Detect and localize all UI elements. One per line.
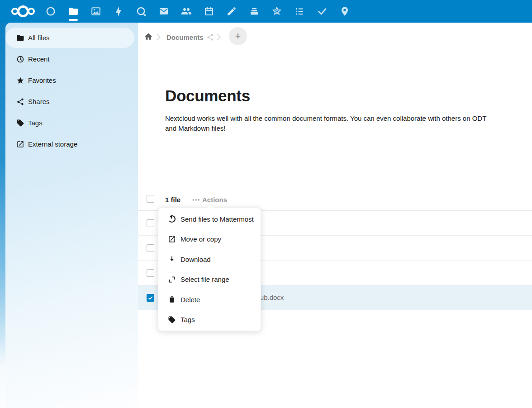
folder-icon [16,34,24,42]
active-app-indicator [69,19,78,21]
description-line: and Markdown files! [165,123,486,133]
menu-item-select-file-range[interactable]: Select file range [158,270,261,290]
sidebar-item-label: All files [28,34,50,42]
menu-item-delete[interactable]: Delete [158,289,261,310]
talk-icon[interactable] [130,0,152,23]
activity-icon[interactable] [107,0,130,23]
chevron-right-icon [157,34,161,40]
actions-label: Actions [202,196,227,204]
menu-item-download[interactable]: Download [158,249,261,270]
deck-icon[interactable] [243,0,266,23]
sidebar-item-external-storage[interactable]: External storage [5,133,138,155]
mail-icon[interactable] [152,0,175,23]
sidebar-item-favorites[interactable]: Favorites [5,70,138,91]
sidebar: All files Recent Favorites Shares [0,23,138,408]
breadcrumb-current-folder[interactable]: Documents [166,33,204,41]
contacts-icon[interactable] [175,0,198,23]
tasks-icon[interactable] [311,0,333,23]
download-icon [168,255,176,263]
clock-icon [16,55,24,63]
selection-count: 1 file [165,196,180,204]
share-icon[interactable] [206,33,214,41]
menu-item-label: Move or copy [180,235,221,243]
sidebar-item-label: Shares [28,98,50,105]
ellipsis-icon [192,199,200,201]
row-checkbox[interactable] [147,269,154,277]
tag-icon [168,316,176,324]
sidebar-navigation: All files Recent Favorites Shares [5,27,138,155]
app-navigation: C [39,0,356,23]
photos-icon[interactable] [85,0,107,23]
sidebar-item-label: Tags [28,119,43,127]
dashboard-icon[interactable] [39,0,62,23]
workspace-title: Documents [165,87,250,105]
menu-item-label: Download [180,256,211,263]
menu-item-tags[interactable]: Tags [158,310,261,330]
maps-icon[interactable] [333,0,356,23]
mattermost-icon [168,215,176,223]
chevron-right-icon [217,34,221,40]
tag-icon [16,119,24,127]
menu-item-send-to-mattermost[interactable]: Send files to Mattermost [158,209,261,229]
top-header-bar: C [0,0,532,23]
files-icon[interactable] [62,0,85,23]
home-icon[interactable] [144,32,153,41]
active-item-highlight [5,28,134,48]
menu-item-label: Delete [180,296,200,304]
sidebar-panel: All files Recent Favorites Shares [5,23,138,408]
actions-menu-button[interactable]: Actions [192,196,227,204]
sidebar-item-all-files[interactable]: All files [5,27,138,48]
select-all-checkbox[interactable] [147,195,154,203]
forms-icon[interactable] [288,0,311,23]
move-copy-icon [168,235,176,243]
select-range-icon [168,275,176,284]
sidebar-item-tags[interactable]: Tags [5,112,138,133]
star-icon [16,76,24,85]
row-checkbox-checked[interactable] [147,294,154,302]
nextcloud-logo[interactable] [10,4,36,19]
row-checkbox[interactable] [147,244,154,252]
add-new-button[interactable]: + [229,27,247,45]
description-line: Nextcloud works well with all the common… [165,114,486,123]
actions-popover-menu: Send files to Mattermost Move or copy Do… [158,208,261,331]
workspace-description: Nextcloud works well with all the common… [165,114,486,133]
calendar-icon[interactable] [198,0,220,23]
sidebar-item-shares[interactable]: Shares [5,91,138,112]
sidebar-item-label: Recent [28,55,50,63]
sidebar-item-label: External storage [28,140,77,148]
trash-icon [168,295,176,304]
collectives-icon[interactable]: C [266,0,288,23]
sidebar-item-label: Favorites [28,76,56,84]
row-checkbox[interactable] [147,219,154,227]
breadcrumb: Documents + [138,23,532,51]
sidebar-item-recent[interactable]: Recent [5,48,138,70]
share-icon [16,98,24,106]
menu-item-label: Tags [180,316,195,323]
menu-item-move-or-copy[interactable]: Move or copy [158,229,261,250]
menu-item-label: Select file range [180,275,229,283]
svg-text:C: C [276,9,278,14]
menu-item-label: Send files to Mattermost [180,215,254,223]
external-link-icon [16,140,24,148]
notes-icon[interactable] [220,0,243,23]
